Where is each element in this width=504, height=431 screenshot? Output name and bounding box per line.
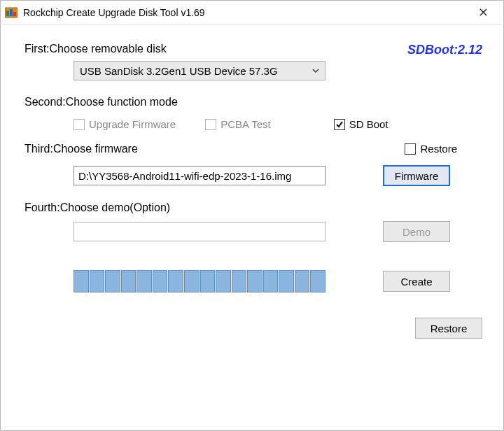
progress-bar [74,270,326,292]
progress-segment [136,270,152,292]
progress-segment [310,270,326,292]
checkbox-box [405,143,416,155]
restore-checkbox-label: Restore [420,143,457,155]
progress-segment [184,270,200,292]
checkbox-box [334,119,345,130]
svg-rect-1 [6,10,9,16]
firmware-button[interactable]: Firmware [383,165,450,186]
svg-rect-2 [10,9,13,16]
svg-rect-3 [13,12,16,16]
progress-segment [90,270,105,292]
progress-segment [121,270,136,292]
window: Rockchip Create Upgrade Disk Tool v1.69 … [0,0,504,431]
sdboot-version: SDBoot:2.12 [407,43,482,57]
progress-segment [232,270,247,292]
disk-selected: USB SanDisk 3.2Gen1 USB Device 57.3G [80,65,311,77]
progress-segment [263,270,279,292]
restore-checkbox[interactable]: Restore [405,143,457,155]
sd-boot-label: SD Boot [349,118,388,130]
progress-segment [168,270,183,292]
checkbox-box [74,119,85,130]
titlebar: Rockchip Create Upgrade Disk Tool v1.69 [1,1,503,24]
disk-combobox[interactable]: USB SanDisk 3.2Gen1 USB Device 57.3G [74,61,326,80]
progress-segment [216,270,231,292]
progress-segment [153,270,168,292]
step4-label: Fourth:Choose demo(Option) [24,202,482,214]
progress-segment [105,270,120,292]
pcba-test-label: PCBA Test [220,118,270,130]
restore-button[interactable]: Restore [415,318,482,339]
step3-label: Third:Choose firmware [24,143,405,155]
chevron-down-icon [311,69,321,73]
progress-segment [295,270,310,292]
firmware-path-field[interactable]: D:\YY3568-Android11-wifi-edp-2023-1-16.i… [74,166,326,185]
create-button[interactable]: Create [383,271,450,292]
upgrade-firmware-checkbox[interactable]: Upgrade Firmware [74,118,176,130]
close-button[interactable] [468,2,498,23]
progress-segment [247,270,262,292]
demo-path-field[interactable] [74,222,326,241]
progress-segment [74,270,89,292]
progress-segment [279,270,294,292]
firmware-path-text: D:\YY3568-Android11-wifi-edp-2023-1-16.i… [78,170,291,182]
app-icon [5,6,18,19]
pcba-test-checkbox[interactable]: PCBA Test [205,118,270,130]
progress-segment [200,270,216,292]
window-title: Rockchip Create Upgrade Disk Tool v1.69 [23,7,468,18]
client-area: SDBoot:2.12 First:Choose removable disk … [1,24,503,430]
checkbox-box [205,119,216,130]
step2-label: Second:Choose function mode [24,96,482,108]
demo-button: Demo [383,221,450,242]
sd-boot-checkbox[interactable]: SD Boot [334,118,388,130]
upgrade-firmware-label: Upgrade Firmware [89,118,176,130]
